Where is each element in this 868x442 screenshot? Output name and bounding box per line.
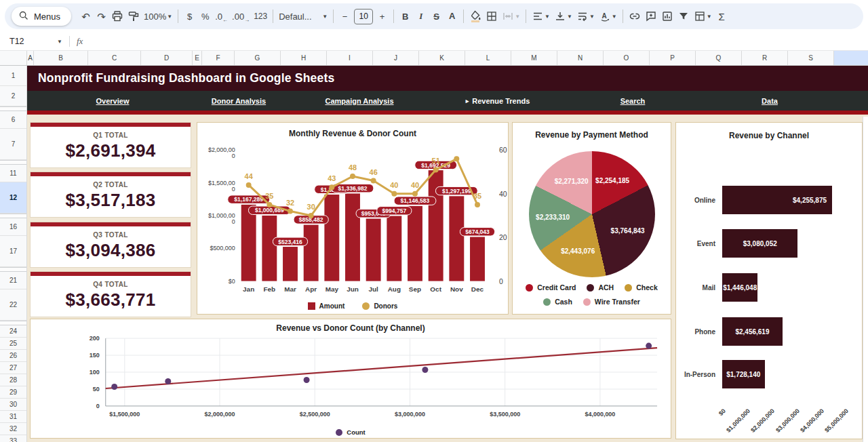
insert-comment-button[interactable] <box>643 7 659 25</box>
row-header-27[interactable]: 27 <box>0 362 26 374</box>
x-axis-label: Apr <box>305 285 317 293</box>
column-header-C[interactable]: C <box>88 51 141 65</box>
column-header-E[interactable]: E <box>193 51 202 65</box>
channel-label-online: Online <box>676 186 718 214</box>
merge-cells-button[interactable]: ▼ <box>500 7 522 25</box>
cell-name-box[interactable]: T12 ▼ <box>9 37 62 46</box>
row-header-30[interactable]: 30 <box>0 399 26 411</box>
row-header-32[interactable]: 32 <box>0 423 26 435</box>
decrease-decimal-button[interactable]: .0← <box>213 7 230 25</box>
filter-button[interactable] <box>675 7 692 25</box>
bold-button[interactable]: B <box>397 7 413 25</box>
nav-data[interactable]: Data <box>762 91 778 110</box>
row-header-29[interactable]: 29 <box>0 386 26 399</box>
text-wrap-button[interactable]: ▼ <box>574 7 597 25</box>
chart-revenue-by-channel[interactable]: Revenue by Channel Online$4,255,875Event… <box>675 122 863 439</box>
chart-revenue-vs-donor-count[interactable]: Revenue vs Donor Count (by Channel) Coun… <box>30 319 671 439</box>
more-formats-button[interactable]: 123 <box>252 7 269 25</box>
row-header-25[interactable]: 25 <box>0 338 26 350</box>
row-header-7[interactable]: 7 <box>0 129 26 160</box>
column-header-A[interactable]: A <box>27 51 34 65</box>
chart-monthly-revenue-donor-count[interactable]: Monthly Revenue & Donor Count Amount Don… <box>197 122 509 315</box>
fill-color-button[interactable] <box>467 7 484 25</box>
increase-decimal-button[interactable]: .00→ <box>230 7 252 25</box>
row-header-28[interactable]: 28 <box>0 374 26 386</box>
formula-bar: T12 ▼ fx <box>0 33 868 51</box>
vertical-align-button[interactable]: ▼ <box>552 7 574 25</box>
chart-revenue-by-payment-method[interactable]: Revenue by Payment Method Credit CardACH… <box>512 122 671 315</box>
column-header-F[interactable]: F <box>202 51 235 65</box>
column-header-I[interactable]: I <box>327 51 373 65</box>
zoom-select[interactable]: 100%▼ <box>142 7 174 25</box>
column-header-D[interactable]: D <box>141 51 193 65</box>
column-header-R[interactable]: R <box>742 51 788 65</box>
italic-button[interactable]: I <box>413 7 429 25</box>
row-header-24[interactable]: 24 <box>0 325 26 338</box>
table-views-button[interactable]: ▼ <box>692 7 714 25</box>
column-header-S[interactable]: S <box>788 51 834 65</box>
text-color-button[interactable]: A <box>444 7 460 25</box>
column-header-L[interactable]: L <box>465 51 511 65</box>
bar-label: $1,297,199 <box>442 188 471 195</box>
row-header-33[interactable]: 33 <box>0 435 26 442</box>
hidden-rows-indicator[interactable] <box>0 321 26 325</box>
row-header-2[interactable]: 2 <box>0 86 26 106</box>
hidden-rows-indicator[interactable] <box>0 267 26 272</box>
row-header-12[interactable]: 12 <box>0 182 26 214</box>
kpi-value: $3,094,386 <box>31 240 191 261</box>
column-header-J[interactable]: J <box>373 51 419 65</box>
column-header-G[interactable]: G <box>235 51 281 65</box>
row-header-31[interactable]: 31 <box>0 411 26 423</box>
nav-search[interactable]: Search <box>620 91 646 110</box>
functions-button[interactable]: Σ <box>714 7 730 25</box>
row-header-11[interactable]: 11 <box>0 165 26 182</box>
row-header-22[interactable]: 22 <box>0 289 26 321</box>
column-header-M[interactable]: M <box>511 51 557 65</box>
column-header-P[interactable]: P <box>650 51 696 65</box>
hidden-rows-indicator[interactable] <box>0 214 26 218</box>
insert-chart-button[interactable] <box>659 7 675 25</box>
column-header-N[interactable]: N <box>557 51 604 65</box>
menus-button[interactable]: Menus <box>12 7 71 26</box>
font-size-input[interactable]: 10 <box>354 9 373 24</box>
increase-font-size-button[interactable]: + <box>374 7 390 25</box>
borders-button[interactable] <box>484 7 500 25</box>
vertical-scrollbar[interactable] <box>863 117 868 442</box>
row-header-16[interactable]: 16 <box>0 218 26 236</box>
column-header-K[interactable]: K <box>419 51 465 65</box>
x-axis-label: Feb <box>263 285 275 293</box>
undo-button[interactable]: ↶ <box>78 7 94 25</box>
format-currency-button[interactable]: $ <box>182 7 197 25</box>
strikethrough-button[interactable]: S <box>429 7 444 25</box>
column-header-H[interactable]: H <box>281 51 327 65</box>
text-rotation-button[interactable]: A▼ <box>597 7 619 25</box>
column-header-Q[interactable]: Q <box>696 51 742 65</box>
nav-donor-analysis[interactable]: Donor Analysis <box>212 91 266 110</box>
column-header-T[interactable] <box>834 51 868 65</box>
row-header-6[interactable]: 6 <box>0 111 26 129</box>
divider <box>526 9 526 23</box>
row-header-26[interactable]: 26 <box>0 350 26 362</box>
format-percent-button[interactable]: % <box>197 7 213 25</box>
hidden-rows-indicator[interactable] <box>0 160 26 165</box>
nav-revenue-trends[interactable]: ▸Revenue Trends <box>466 91 530 110</box>
redo-button[interactable]: ↷ <box>94 7 109 25</box>
column-header-B[interactable]: B <box>34 51 88 65</box>
insert-link-button[interactable] <box>627 7 643 25</box>
horizontal-align-button[interactable]: ▼ <box>530 7 552 25</box>
print-button[interactable] <box>109 7 125 25</box>
column-header-O[interactable]: O <box>604 51 650 65</box>
row-header-17[interactable]: 17 <box>0 236 26 267</box>
select-all-corner[interactable] <box>0 51 27 65</box>
x-axis-label: Dec <box>471 285 484 293</box>
x-axis-label: Sep <box>409 285 421 293</box>
bar-label: $1,146,583 <box>401 197 430 204</box>
nav-overview[interactable]: Overview <box>96 91 130 110</box>
hidden-rows-indicator[interactable] <box>0 106 26 111</box>
row-header-21[interactable]: 21 <box>0 272 26 289</box>
row-header-1[interactable]: 1 <box>0 66 26 86</box>
nav-campaign-analysis[interactable]: Campaign Analysis <box>325 91 393 110</box>
decrease-font-size-button[interactable]: − <box>337 7 353 25</box>
font-select[interactable]: Defaul...▼ <box>277 7 330 25</box>
paint-format-button[interactable] <box>125 7 142 25</box>
